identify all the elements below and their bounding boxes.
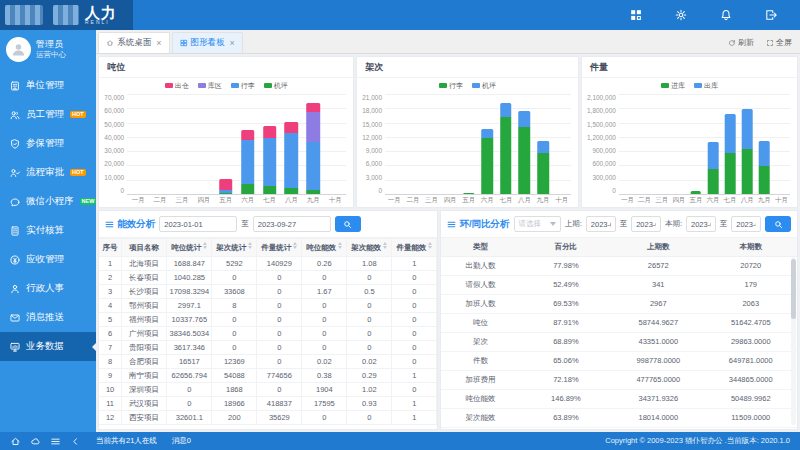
y-tick-label: 1,500,000 bbox=[587, 121, 616, 128]
cur-to-input[interactable] bbox=[731, 216, 761, 232]
table-cell: 0 bbox=[257, 313, 302, 327]
legend-item[interactable]: 机坪 bbox=[472, 81, 496, 91]
bar-slot: 七月 bbox=[259, 94, 281, 194]
legend-item[interactable]: 出库 bbox=[694, 81, 718, 91]
stacked-bar bbox=[407, 94, 419, 194]
sidebar-item-message[interactable]: 消息推送 bbox=[0, 303, 96, 332]
table-cell: 贵阳项目 bbox=[121, 341, 167, 355]
table-cell: 1 bbox=[392, 397, 437, 411]
prev-to-input[interactable] bbox=[631, 216, 661, 232]
notifications-icon[interactable] bbox=[718, 8, 733, 23]
legend-item[interactable]: 行李 bbox=[439, 81, 463, 91]
logout-icon[interactable] bbox=[763, 8, 778, 23]
sidebar-item-business-data[interactable]: 业务数据 bbox=[0, 332, 96, 361]
home-icon bbox=[106, 39, 114, 47]
stacked-bar bbox=[444, 94, 456, 194]
message-count-text[interactable]: 消息0 bbox=[172, 436, 191, 446]
table-cell: 63.89% bbox=[520, 408, 612, 427]
legend-label: 行李 bbox=[241, 81, 255, 91]
sort-icon[interactable] bbox=[293, 242, 297, 249]
column-header[interactable]: 件量能效 bbox=[392, 239, 437, 257]
column-header[interactable]: 架次统计 bbox=[212, 239, 257, 257]
bar-segment-出仓 bbox=[241, 130, 255, 139]
table-cell: 87.91% bbox=[520, 313, 612, 332]
scrollbar-thumb[interactable] bbox=[791, 259, 796, 319]
compare-search-button[interactable] bbox=[765, 216, 791, 232]
column-header[interactable]: 吨位统计 bbox=[167, 239, 212, 257]
sidebar-item-admin-hr[interactable]: 行政人事 bbox=[0, 274, 96, 303]
scrollbar-track[interactable] bbox=[791, 257, 796, 425]
table-cell: 20720 bbox=[705, 256, 797, 275]
sidebar-item-receivable[interactable]: 应收管理 bbox=[0, 245, 96, 274]
settings-icon[interactable] bbox=[673, 8, 688, 23]
sidebar-item-wechat[interactable]: 微信小程序NEW bbox=[0, 187, 96, 216]
legend-item[interactable]: 出仓 bbox=[165, 81, 189, 91]
sort-icon[interactable] bbox=[248, 242, 252, 249]
table-cell: 0 bbox=[392, 285, 437, 299]
fullscreen-button[interactable]: 全屏 bbox=[766, 37, 792, 48]
user-panel[interactable]: 管理员 运营中心 bbox=[0, 30, 96, 71]
bar-slot: 四月 bbox=[441, 94, 460, 194]
chart-area: 2,100,0001,800,0001,500,0001,200,000900,… bbox=[582, 93, 797, 207]
sort-icon[interactable] bbox=[203, 242, 207, 249]
bar-slot: 四月 bbox=[670, 94, 687, 194]
sort-icon[interactable] bbox=[338, 242, 342, 249]
user-role: 运营中心 bbox=[36, 50, 66, 60]
column-header[interactable]: 吨位能效 bbox=[302, 239, 347, 257]
column-header: 百分比 bbox=[520, 238, 612, 256]
cur-from-input[interactable] bbox=[686, 216, 716, 232]
table-cell: 51642.4705 bbox=[705, 313, 797, 332]
refresh-button[interactable]: 刷新 bbox=[728, 37, 754, 48]
bar-slot: 二月 bbox=[404, 94, 423, 194]
table-cell: 南宁项目 bbox=[121, 369, 167, 383]
bar-slot: 九月 bbox=[756, 94, 773, 194]
legend-item[interactable]: 机坪 bbox=[264, 81, 288, 91]
dashboard-icon bbox=[180, 39, 188, 47]
bar-segment-机坪 bbox=[500, 103, 512, 118]
stacked-bar bbox=[219, 94, 233, 194]
apps-icon[interactable] bbox=[628, 8, 643, 23]
tab-close-icon[interactable]: × bbox=[156, 39, 161, 48]
sidebar-item-settlement[interactable]: 实付核算 bbox=[0, 216, 96, 245]
table-cell: 341 bbox=[612, 275, 704, 294]
tab-close-icon[interactable]: × bbox=[230, 39, 235, 48]
legend-item[interactable]: 行李 bbox=[231, 81, 255, 91]
home-icon[interactable] bbox=[10, 436, 21, 447]
chart-area: 70,00060,00050,00040,00030,00020,00010,0… bbox=[99, 93, 353, 207]
stacked-bar bbox=[556, 94, 568, 194]
column-header[interactable]: 件量统计 bbox=[257, 239, 302, 257]
menu-icon[interactable] bbox=[50, 436, 61, 447]
stacked-bar bbox=[708, 94, 719, 194]
legend-item[interactable]: 进库 bbox=[661, 81, 685, 91]
employee-icon bbox=[9, 109, 21, 121]
legend-item[interactable]: 库区 bbox=[198, 81, 222, 91]
bar-slot: 一月 bbox=[619, 94, 636, 194]
energy-date-from-input[interactable] bbox=[159, 216, 237, 232]
bar-segment-进库 bbox=[742, 149, 753, 194]
table-row: 5福州项目10337.76500000 bbox=[99, 313, 437, 327]
sidebar-item-unit[interactable]: 单位管理 bbox=[0, 71, 96, 100]
energy-search-button[interactable] bbox=[335, 216, 361, 232]
stacked-bar bbox=[241, 94, 255, 194]
column-header[interactable]: 架次能效 bbox=[347, 239, 392, 257]
prev-from-input[interactable] bbox=[586, 216, 616, 232]
bar-segment-出仓 bbox=[263, 126, 277, 138]
tab-home[interactable]: 系统桌面× bbox=[98, 32, 169, 53]
y-tick-label: 9,000 bbox=[366, 147, 382, 154]
compare-type-select[interactable]: 请选择 bbox=[514, 216, 561, 232]
date-range-to-label: 至 bbox=[241, 219, 249, 229]
sort-icon[interactable] bbox=[428, 242, 432, 249]
sidebar-item-insurance[interactable]: 参保管理 bbox=[0, 129, 96, 158]
y-tick-label: 300,000 bbox=[592, 174, 616, 181]
tab-dashboard[interactable]: 图形看板× bbox=[172, 32, 243, 53]
energy-date-to-input[interactable] bbox=[253, 216, 331, 232]
sidebar-item-approval[interactable]: 流程审批HOT bbox=[0, 158, 96, 187]
collapse-icon[interactable] bbox=[70, 436, 81, 447]
cloud-icon[interactable] bbox=[30, 436, 41, 447]
sort-icon[interactable] bbox=[383, 242, 387, 249]
legend-swatch bbox=[661, 83, 669, 88]
chart-panel-3: 件量进库出库2,100,0001,800,0001,500,0001,200,0… bbox=[581, 56, 798, 208]
stacked-bar bbox=[389, 94, 401, 194]
bar-slot: 十月 bbox=[324, 94, 346, 194]
sidebar-item-employee[interactable]: 员工管理HOT bbox=[0, 100, 96, 129]
